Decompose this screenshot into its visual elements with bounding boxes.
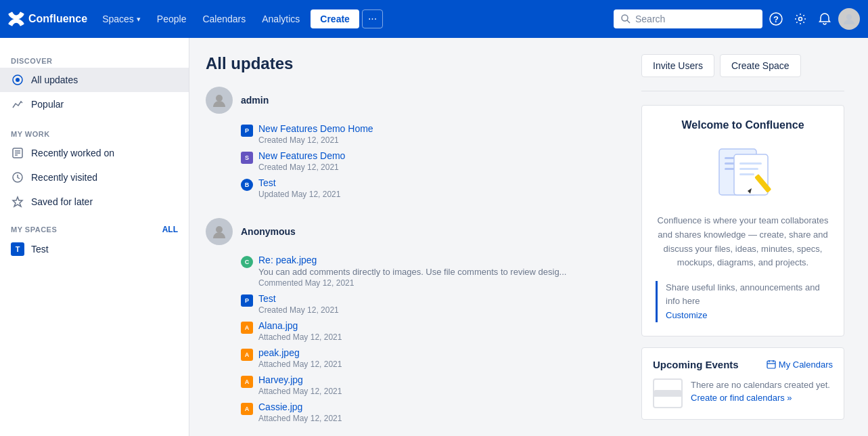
item-title[interactable]: Test: [258, 293, 625, 304]
recently-visited-label: Recently visited: [31, 172, 97, 183]
user-avatar[interactable]: [838, 8, 860, 30]
item-title[interactable]: Cassie.jpg: [258, 401, 625, 412]
attachment-type-icon: A: [241, 349, 253, 361]
sidebar-item-recently-visited[interactable]: Recently visited: [0, 165, 189, 190]
help-button[interactable]: ?: [765, 8, 787, 30]
update-item: Apeak.jpegAttached May 12, 2021: [241, 345, 625, 372]
nav-spaces[interactable]: Spaces ▾: [95, 9, 147, 28]
comment-type-icon: C: [241, 256, 253, 268]
item-meta: Created May 12, 2021: [258, 135, 625, 145]
attachment-type-icon: A: [241, 403, 253, 415]
create-calendars-link[interactable]: Create or find calendars »: [691, 393, 792, 403]
update-item: PNew Features Demo HomeCreated May 12, 2…: [241, 121, 625, 148]
nav-calendars[interactable]: Calendars: [196, 9, 252, 28]
test-space-label: Test: [31, 244, 49, 255]
user-avatar: [206, 87, 233, 114]
author-name: admin: [241, 95, 269, 106]
item-meta: Attached May 12, 2021: [258, 414, 625, 423]
sidebar-item-recently-worked[interactable]: Recently worked on: [0, 141, 189, 165]
events-section: Upcoming Events My Calendars There are n…: [641, 347, 844, 420]
user-avatar-icon: [842, 12, 856, 26]
my-spaces-label: My Spaces: [11, 225, 162, 234]
create-space-button[interactable]: Create Space: [720, 54, 801, 77]
feed-area: All updates adminPNew Features Demo Home…: [206, 54, 625, 436]
page-type-icon: P: [241, 125, 253, 137]
sidebar-item-popular[interactable]: Popular: [0, 92, 189, 116]
svg-point-5: [846, 14, 852, 20]
confluence-logo-icon: [8, 11, 24, 27]
more-options-button[interactable]: ···: [362, 9, 383, 28]
settings-button[interactable]: [790, 8, 811, 30]
update-items: CRe: peak.jpegYou can add comments direc…: [241, 252, 625, 426]
calendar-link-icon: [767, 359, 776, 369]
attachment-type-icon: A: [241, 376, 253, 388]
empty-calendar-icon: [653, 378, 683, 408]
settings-icon: [794, 12, 807, 26]
bell-icon: [818, 12, 831, 26]
nav-analytics[interactable]: Analytics: [255, 9, 306, 28]
author-name: Anonymous: [241, 226, 296, 237]
events-empty-state: There are no calendars created yet. Crea…: [653, 378, 833, 408]
svg-point-4: [799, 18, 802, 21]
recently-worked-icon: [11, 146, 24, 160]
sidebar-item-saved-later[interactable]: Saved for later: [0, 190, 189, 214]
item-meta: Created May 12, 2021: [258, 305, 625, 315]
svg-rect-22: [739, 168, 758, 170]
test-space-icon: T: [11, 242, 24, 256]
page-type-icon: P: [241, 295, 253, 307]
app-logo[interactable]: Confluence: [8, 11, 87, 27]
item-meta: Attached May 12, 2021: [258, 387, 625, 396]
user-avatar: [206, 218, 233, 245]
item-title[interactable]: Alana.jpg: [258, 320, 625, 331]
update-items: PNew Features Demo HomeCreated May 12, 2…: [241, 121, 625, 202]
author-row: Anonymous: [206, 218, 625, 245]
space-type-icon: S: [241, 152, 253, 164]
welcome-card: Welcome to Confluence: [641, 105, 844, 336]
top-navigation: Confluence Spaces ▾ People Calendars Ana…: [0, 0, 868, 38]
create-button[interactable]: Create: [311, 9, 359, 28]
search-bar[interactable]: Search: [614, 9, 762, 28]
item-meta: Attached May 12, 2021: [258, 332, 625, 342]
nav-people[interactable]: People: [150, 9, 193, 28]
my-calendars-link[interactable]: My Calendars: [767, 359, 833, 370]
update-group-0: adminPNew Features Demo HomeCreated May …: [206, 87, 625, 202]
app-logo-text: Confluence: [28, 13, 87, 25]
svg-rect-21: [739, 162, 762, 165]
recently-visited-icon: [11, 171, 24, 184]
action-buttons: Invite Users Create Space: [641, 54, 844, 77]
upcoming-events-title: Upcoming Events: [653, 359, 767, 370]
search-placeholder: Search: [635, 14, 665, 24]
notifications-button[interactable]: [814, 8, 836, 30]
right-panel: Invite Users Create Space Welcome to Con…: [641, 54, 844, 436]
item-title[interactable]: Re: peak.jpeg: [258, 255, 625, 265]
customize-link[interactable]: Customize: [666, 309, 830, 322]
update-item: PTestCreated May 12, 2021: [241, 290, 625, 318]
item-title[interactable]: peak.jpeg: [258, 347, 625, 358]
item-meta: Created May 12, 2021: [258, 162, 625, 172]
item-title[interactable]: New Features Demo: [258, 150, 625, 161]
item-info: New Features DemoCreated May 12, 2021: [258, 150, 625, 172]
svg-point-7: [16, 78, 20, 82]
item-title[interactable]: Harvey.jpg: [258, 374, 625, 385]
svg-point-15: [216, 226, 223, 233]
item-info: TestUpdated May 12, 2021: [258, 177, 625, 199]
search-icon: [620, 14, 631, 24]
popular-label: Popular: [31, 99, 64, 110]
svg-rect-23: [739, 173, 754, 175]
update-group-1: AnonymousCRe: peak.jpegYou can add comme…: [206, 218, 625, 426]
help-icon: ?: [769, 12, 783, 26]
item-title[interactable]: Test: [258, 177, 625, 188]
all-spaces-link[interactable]: ALL: [162, 225, 178, 234]
sidebar-item-all-updates[interactable]: All updates: [0, 68, 189, 92]
update-item: CRe: peak.jpegYou can add comments direc…: [241, 252, 625, 290]
blog-type-icon: B: [241, 179, 253, 191]
sidebar-resize-handle[interactable]: [186, 38, 189, 436]
svg-point-0: [622, 15, 628, 21]
sidebar-item-test-space[interactable]: T Test: [0, 237, 189, 261]
item-title[interactable]: New Features Demo Home: [258, 123, 625, 134]
panel-divider: [641, 91, 844, 91]
item-info: Alana.jpgAttached May 12, 2021: [258, 320, 625, 342]
invite-users-button[interactable]: Invite Users: [641, 54, 714, 77]
item-info: Re: peak.jpegYou can add comments direct…: [258, 255, 625, 288]
author-row: admin: [206, 87, 625, 114]
